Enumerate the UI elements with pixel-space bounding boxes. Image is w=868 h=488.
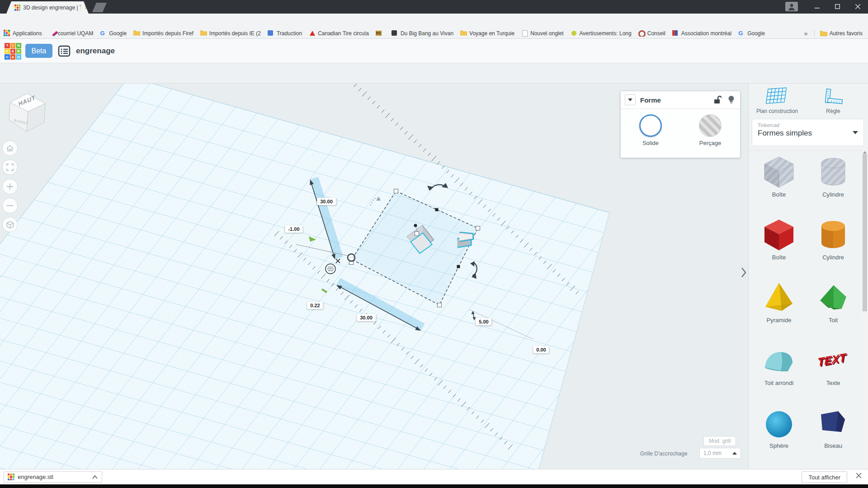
solid-option[interactable]: Solide	[639, 114, 662, 158]
circle-icon	[571, 30, 577, 37]
perspective-toggle-button[interactable]	[2, 217, 18, 232]
tinkercad-logo[interactable]: TINKERCAD	[5, 43, 21, 60]
show-all-downloads-button[interactable]: Tout afficher	[802, 471, 847, 483]
browser-tab[interactable]: 3D design engrenage | Ti ✕	[6, 1, 89, 14]
window-close-button[interactable]	[848, 0, 868, 13]
ruler-origin-handle	[348, 254, 355, 261]
bookmark-item[interactable]: Voyage en Turquie	[460, 30, 514, 37]
letter-g-icon: G	[100, 30, 107, 37]
corner-handle	[438, 303, 442, 307]
chevron-up-icon[interactable]	[92, 475, 98, 479]
download-filename: engrenage.stl	[18, 474, 92, 480]
panel-expander-icon[interactable]	[741, 267, 747, 278]
edge-handle	[457, 265, 460, 268]
shape-tile-pyramide[interactable]: Pyramide	[752, 280, 806, 324]
badge-fc-icon: FC	[376, 30, 382, 37]
shape-icon	[752, 343, 806, 379]
shape-tile-sphère[interactable]: Sphère	[752, 405, 806, 449]
workplane[interactable]	[0, 84, 609, 469]
zoom-in-button[interactable]	[2, 179, 18, 194]
view-cube[interactable]: HAUT AVANT	[5, 88, 52, 135]
dim-length-label[interactable]: 30.00	[357, 314, 376, 321]
shape-tile-toit[interactable]: Toit	[807, 280, 860, 324]
snap-grid-select[interactable]: 1,0 mm	[699, 448, 741, 459]
solid-label: Solide	[642, 140, 659, 146]
solid-swatch[interactable]	[639, 114, 662, 137]
zoom-out-button[interactable]	[2, 198, 18, 213]
bookmark-label: Conseil	[647, 30, 665, 37]
shape-icon	[807, 280, 860, 316]
bookmark-item[interactable]: GGoogle	[100, 30, 127, 37]
svg-text:TEXT: TEXT	[817, 351, 847, 369]
caret-up-icon	[732, 452, 737, 455]
bookmark-item[interactable]: courriel UQAM	[49, 30, 94, 37]
scrollbar-thumb[interactable]	[863, 154, 867, 311]
dim-width-label[interactable]: 30.00	[317, 198, 336, 205]
bookmark-label: Association montréal	[681, 30, 731, 37]
tinkercad-toolbar: Importer Exporter Partager	[0, 63, 868, 84]
hole-option[interactable]: Perçage	[699, 114, 722, 158]
corner-handle	[394, 189, 398, 193]
shape-tile-cylindre[interactable]: Cylindre	[807, 154, 860, 198]
bookmark-item[interactable]: Nouvel onglet	[521, 30, 563, 37]
bookmark-item[interactable]: GGoogle	[738, 30, 765, 37]
download-item[interactable]: engrenage.stl	[4, 471, 102, 483]
folder-icon	[200, 30, 207, 37]
fit-view-button[interactable]	[2, 160, 18, 175]
edit-grid-button[interactable]: Mod. grill	[703, 436, 736, 446]
bookmarks-overflow-chevron[interactable]: »	[804, 30, 808, 37]
bookmark-item[interactable]: Avertissements: Long	[571, 30, 632, 37]
bookmark-label: Google	[747, 30, 765, 37]
bookmark-item[interactable]: Association montréal	[672, 30, 731, 37]
collapse-caret-button[interactable]	[625, 94, 636, 105]
properties-list-icon[interactable]	[58, 45, 71, 57]
bookmark-item[interactable]: Importés depuis IE (2	[200, 30, 261, 37]
bookmark-label: Applications	[13, 30, 42, 37]
dim-posx-label[interactable]: -1.00	[285, 225, 302, 233]
bookmark-item[interactable]: Traduction	[268, 30, 302, 37]
shape-icon	[807, 154, 860, 190]
shape-tile-texte[interactable]: TEXTTEXTTexte	[807, 343, 860, 386]
stl-file-icon	[8, 474, 14, 480]
workplane-tool[interactable]: Plan construction	[752, 87, 802, 114]
dim-posz-label[interactable]: 0.22	[307, 302, 323, 309]
height-handle	[415, 232, 419, 236]
shape-icon	[807, 217, 860, 253]
tab-close-icon[interactable]: ✕	[85, 5, 89, 10]
bookmark-item[interactable]: Importés depuis Firef	[133, 30, 193, 37]
lightbulb-icon[interactable]	[728, 95, 735, 105]
folder-icon	[460, 30, 467, 37]
hole-swatch[interactable]	[699, 114, 722, 137]
shape-label: Sphère	[752, 442, 806, 449]
new-tab-button[interactable]	[92, 3, 107, 12]
shape-tile-biseau[interactable]: Biseau	[807, 405, 860, 449]
dim-base-label[interactable]: 0.00	[533, 346, 549, 353]
shape-tile-boîte[interactable]: Boîte	[752, 217, 806, 261]
dim-height-label[interactable]: 5.00	[476, 318, 491, 325]
shape-category-select[interactable]: Tinkercad Formes simples	[752, 119, 864, 146]
lock-open-icon[interactable]	[713, 95, 722, 104]
bookmark-item[interactable]: FC	[376, 30, 385, 37]
tinkercad-header: TINKERCAD Beta engrenage { } Nouveautés	[0, 39, 868, 63]
bookmark-label: Du Big Bang au Vivan	[401, 30, 453, 37]
close-shelf-icon[interactable]	[856, 473, 862, 479]
shape-tile-toit-arrondi[interactable]: Toit arrondi	[752, 343, 806, 386]
bookmark-item[interactable]: Canadian Tire circula	[309, 30, 369, 37]
other-favorites-label[interactable]: Autres favoris	[830, 30, 863, 37]
window-maximize-button[interactable]	[827, 0, 848, 13]
shape-tile-boîte[interactable]: Boîte	[752, 154, 806, 198]
shape-tile-cylindre[interactable]: Cylindre	[807, 217, 860, 261]
bookmark-label: Nouvel onglet	[530, 30, 563, 37]
document-title[interactable]: engrenage	[76, 47, 115, 56]
profile-icon[interactable]	[785, 2, 798, 11]
bookmark-item[interactable]: Conseil	[638, 30, 665, 37]
home-view-button[interactable]	[2, 141, 18, 156]
bookmark-item[interactable]: Du Big Bang au Vivan	[392, 30, 453, 37]
ruler-tool[interactable]: Règle	[808, 87, 858, 114]
bookmarks-list: Applicationscourriel UQAMGGoogleImportés…	[0, 30, 804, 37]
beta-button[interactable]: Beta	[25, 44, 52, 58]
sidebar-scrollbar[interactable]	[862, 150, 868, 469]
bookmark-item[interactable]: Applications	[4, 30, 42, 37]
window-minimize-button[interactable]	[807, 0, 827, 13]
height-handle-dot	[414, 224, 417, 227]
